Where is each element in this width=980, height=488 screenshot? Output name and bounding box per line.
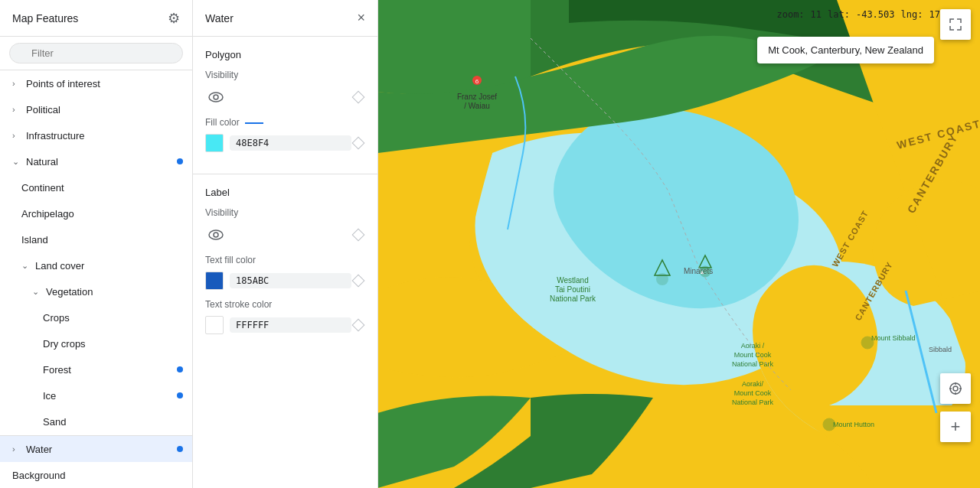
sidebar-header: Map Features ⚙ [0,0,192,37]
sidebar-item-water[interactable]: › Water [0,436,192,462]
text-stroke-color-value: FFFFFF [230,317,351,333]
sidebar-item-label: Ice [43,390,56,402]
svg-text:National Park: National Park [732,399,774,406]
svg-point-28 [823,418,835,431]
label-visibility-row [205,224,365,246]
svg-text:Aoraki /: Aoraki / [741,342,765,350]
sidebar-bottom: › Water Background [0,435,192,488]
svg-point-3 [214,233,218,237]
chevron-right-icon: › [12,79,23,88]
sidebar-item-forest[interactable]: Forest [0,356,192,382]
gear-icon[interactable]: ⚙ [168,10,180,27]
svg-text:Sibbald: Sibbald [929,346,952,353]
zoom-in-button[interactable]: + [940,412,971,442]
sidebar-item-archipelago[interactable]: Archipelago [0,200,192,226]
svg-text:Franz Josef: Franz Josef [457,93,497,101]
diamond-icon-label[interactable] [351,228,365,242]
sidebar-item-label: Dry crops [43,338,86,350]
sidebar-item-dry-crops[interactable]: Dry crops [0,330,192,356]
my-location-button[interactable] [940,373,971,404]
fill-color-label: Fill color [205,117,365,128]
sidebar-item-points-of-interest[interactable]: › Points of interest [0,70,192,96]
text-stroke-color-control[interactable]: FFFFFF [205,316,351,334]
chevron-down-icon: ⌄ [32,287,43,297]
map-area[interactable]: WEST COAST CANTERBURY WEST COAST CANTERB… [378,0,980,488]
svg-text:Aoraki/: Aoraki/ [742,380,764,388]
map-controls: + [940,373,971,442]
svg-point-33 [953,386,958,391]
sidebar-item-label: Island [21,234,48,246]
svg-point-1 [214,95,218,99]
diamond-icon[interactable] [351,90,365,104]
sidebar-item-crops[interactable]: Crops [0,304,192,330]
sidebar-item-ice[interactable]: Ice [0,382,192,408]
svg-text:Mount Hutton: Mount Hutton [833,421,874,428]
lng-label: lng: [901,9,923,20]
sidebar-item-vegetation[interactable]: ⌄ Vegetation [0,278,192,304]
polygon-visibility-row [205,86,365,108]
sidebar-item-island[interactable]: Island [0,226,192,252]
text-fill-color-control[interactable]: 185ABC [205,272,351,290]
diamond-icon-text-fill[interactable] [351,274,365,288]
location-label-box: Mt Cook, Canterbury, New Zealand [757,37,934,63]
label-eye-icon[interactable] [205,224,227,246]
text-stroke-color-label: Text stroke color [205,299,365,310]
polygon-section: Polygon Visibility Fill color 48E8F4 [193,37,377,174]
text-stroke-color-row: FFFFFF [205,316,365,334]
zoom-label: zoom: [776,9,804,20]
sidebar-item-label: Continent [21,182,64,194]
sidebar-item-label: Sand [43,416,66,428]
sidebar-item-shrub[interactable]: Shrub [0,434,192,435]
filter-bar: ≡ [0,37,192,70]
visibility-label: Visibility [205,70,365,80]
zoom-value: 11 [811,9,822,20]
sidebar-item-political[interactable]: › Political [0,96,192,122]
svg-point-25 [861,337,874,349]
svg-text:6: 6 [475,78,479,85]
label-section-title: Label [205,187,365,198]
text-fill-color-row: 185ABC [205,272,365,290]
lat-value: -43.503 [856,9,895,20]
sidebar-item-infrastructure[interactable]: › Infrastructure [0,122,192,148]
diamond-icon-fill[interactable] [351,136,365,150]
chevron-right-icon: › [12,105,23,114]
sidebar-item-land-cover[interactable]: ⌄ Land cover [0,252,192,278]
svg-text:National Park: National Park [732,360,774,368]
eye-icon[interactable] [205,86,227,108]
panel-title: Water [205,12,234,24]
sidebar-item-continent[interactable]: Continent [0,174,192,200]
svg-point-34 [950,383,961,394]
ice-dot [177,392,183,399]
filter-input[interactable] [9,43,183,63]
svg-text:/ Waiau: / Waiau [464,102,490,110]
water-dot [177,446,183,452]
lat-label: lat: [828,9,850,20]
sidebar-item-label: Land cover [35,260,84,272]
sidebar-item-sand[interactable]: Sand [0,408,192,434]
svg-text:▲: ▲ [700,269,705,275]
sidebar: Map Features ⚙ ≡ › Points of interest › … [0,0,193,488]
diamond-icon-text-stroke[interactable] [351,318,365,332]
close-icon[interactable]: × [357,10,365,26]
polygon-section-title: Polygon [205,49,365,60]
sidebar-item-natural[interactable]: ⌄ Natural [0,148,192,174]
svg-text:Tai Poutini: Tai Poutini [555,285,590,294]
chevron-right-icon: › [12,131,23,140]
sidebar-item-background[interactable]: Background [0,462,192,488]
sidebar-item-label: Natural [26,156,58,168]
svg-text:Mount Sibbald: Mount Sibbald [871,334,916,342]
sidebar-item-label: Crops [43,312,70,324]
sidebar-item-label: Water [26,444,52,455]
sidebar-item-label: Archipelago [21,208,74,220]
fill-color-value: 48E8F4 [230,135,351,151]
chevron-down-icon: ⌄ [21,261,32,271]
sidebar-item-label: Points of interest [26,78,100,89]
svg-point-13 [656,273,668,285]
fullscreen-button[interactable] [940,9,971,40]
sidebar-item-label: Political [26,104,60,115]
svg-point-0 [209,93,223,102]
text-fill-swatch [205,272,224,290]
fill-color-control[interactable]: 48E8F4 [205,134,351,152]
fill-color-swatch [205,134,224,152]
svg-text:Mount Cook: Mount Cook [734,351,772,359]
